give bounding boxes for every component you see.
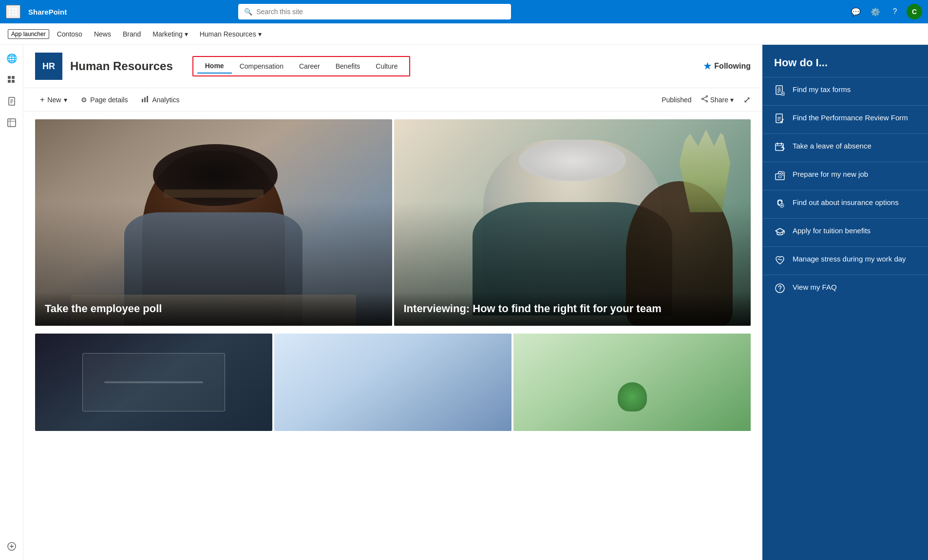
- sidebar-add-icon[interactable]: [2, 537, 21, 556]
- nav-brand[interactable]: Brand: [119, 23, 145, 44]
- hero-card-left-title: Take the employee poll: [45, 302, 382, 316]
- new-button[interactable]: + New ▾: [35, 93, 72, 107]
- tuition-text: Apply for tuition benefits: [793, 225, 871, 236]
- stress-text: Manage stress during my work day: [793, 254, 906, 264]
- faq-icon: [774, 283, 786, 296]
- hero-card-right-title: Interviewing: How to find the right fit …: [404, 302, 741, 316]
- app-launcher-button[interactable]: [6, 5, 20, 19]
- settings-icon[interactable]: ⚙️: [868, 4, 883, 19]
- svg-rect-39: [778, 176, 781, 178]
- top-nav-actions: 💬 ⚙️ ? C: [848, 4, 922, 19]
- how-do-i-leave[interactable]: Take a leave of absence: [762, 133, 928, 162]
- tax-forms-icon: [774, 85, 786, 98]
- nav-contoso[interactable]: Contoso: [53, 23, 86, 44]
- site-nav-career[interactable]: Career: [291, 59, 328, 73]
- how-do-i-insurance[interactable]: Find out about insurance options: [762, 190, 928, 218]
- toolbar-right: Published Share ▾ ⤢: [662, 93, 751, 106]
- user-avatar[interactable]: C: [907, 4, 922, 19]
- site-nav-compensation[interactable]: Compensation: [232, 59, 291, 73]
- site-nav: Home Compensation Career Benefits Cultur…: [192, 56, 411, 76]
- performance-review-icon: [774, 113, 786, 127]
- hero-section: Take the employee poll: [35, 119, 751, 326]
- following-button[interactable]: ★ Following: [703, 61, 751, 72]
- bottom-card-3[interactable]: [513, 334, 751, 431]
- svg-point-18: [701, 98, 703, 100]
- svg-rect-2: [12, 76, 15, 79]
- svg-rect-0: [8, 76, 11, 79]
- app-launcher-label[interactable]: App launcher: [8, 29, 49, 39]
- search-icon: 🔍: [244, 8, 252, 16]
- faq-text: View my FAQ: [793, 282, 837, 292]
- new-job-icon: [774, 170, 786, 183]
- new-job-text: Prepare for my new job: [793, 169, 868, 179]
- svg-rect-3: [12, 80, 15, 83]
- chevron-down-icon: ▾: [185, 30, 188, 38]
- how-do-i-tax-forms[interactable]: Find my tax forms: [762, 77, 928, 105]
- performance-review-text: Find the Performance Review Form: [793, 112, 908, 123]
- svg-rect-23: [778, 88, 780, 89]
- svg-line-21: [703, 99, 706, 101]
- svg-point-17: [706, 96, 707, 97]
- following-label: Following: [714, 62, 751, 71]
- site-nav-home[interactable]: Home: [197, 59, 232, 74]
- svg-rect-34: [776, 144, 783, 150]
- site-nav-culture[interactable]: Culture: [368, 59, 405, 73]
- how-do-i-new-job[interactable]: Prepare for my new job: [762, 162, 928, 190]
- leave-text: Take a leave of absence: [793, 141, 871, 151]
- chevron-down-icon: ▾: [64, 96, 67, 104]
- page-details-button[interactable]: ⚙ Page details: [76, 93, 133, 107]
- chevron-down-icon: ▾: [258, 30, 262, 38]
- how-do-i-faq[interactable]: View my FAQ: [762, 275, 928, 303]
- svg-rect-30: [776, 114, 782, 123]
- expand-icon[interactable]: ⤢: [743, 94, 751, 105]
- bottom-section: [35, 334, 751, 431]
- waffle-icon: [9, 8, 18, 16]
- svg-rect-16: [147, 96, 148, 102]
- chat-icon[interactable]: 💬: [848, 4, 864, 19]
- star-icon: ★: [703, 61, 711, 72]
- sidebar-list-icon[interactable]: [2, 70, 21, 90]
- brand-logo: SharePoint: [28, 8, 67, 16]
- page-title: Human Resources: [70, 59, 173, 73]
- svg-rect-14: [142, 99, 143, 102]
- nav-human-resources[interactable]: Human Resources ▾: [196, 23, 265, 44]
- search-bar: 🔍: [238, 4, 511, 19]
- toolbar: + New ▾ ⚙ Page details Analytics Publish…: [23, 88, 762, 112]
- how-do-i-stress[interactable]: Manage stress during my work day: [762, 246, 928, 275]
- search-input[interactable]: [256, 8, 505, 16]
- sidebar-globe-icon[interactable]: 🌐: [2, 49, 21, 68]
- share-chevron-icon: ▾: [730, 96, 734, 104]
- svg-rect-15: [144, 97, 146, 102]
- help-icon[interactable]: ?: [887, 4, 903, 19]
- hero-card-right-overlay: Interviewing: How to find the right fit …: [394, 292, 751, 326]
- page-header: HR Human Resources Home Compensation Car…: [23, 45, 762, 88]
- how-do-i-tuition[interactable]: Apply for tuition benefits: [762, 218, 928, 246]
- svg-point-50: [779, 290, 780, 291]
- svg-rect-8: [8, 119, 16, 127]
- sidebar-document-icon[interactable]: [2, 92, 21, 111]
- bottom-card-1[interactable]: [35, 334, 272, 431]
- gear-icon: ⚙: [81, 96, 87, 104]
- hero-card-left[interactable]: Take the employee poll: [35, 119, 392, 326]
- share-button[interactable]: Share ▾: [698, 93, 738, 106]
- chart-icon: [141, 95, 149, 104]
- nav-marketing[interactable]: Marketing ▾: [149, 23, 191, 44]
- right-panel: How do I... Find my tax forms Find the P…: [762, 45, 928, 560]
- nav-news[interactable]: News: [90, 23, 115, 44]
- site-nav-benefits[interactable]: Benefits: [328, 59, 368, 73]
- stress-icon: [774, 255, 786, 268]
- how-do-i-performance-review[interactable]: Find the Performance Review Form: [762, 105, 928, 133]
- leave-icon: [774, 142, 786, 155]
- insurance-text: Find out about insurance options: [793, 197, 899, 207]
- sidebar-table-icon[interactable]: [2, 113, 21, 132]
- bottom-card-2[interactable]: [274, 334, 511, 431]
- hr-logo: HR: [35, 53, 62, 80]
- analytics-button[interactable]: Analytics: [136, 92, 184, 107]
- svg-point-19: [706, 101, 707, 102]
- insurance-icon: [774, 198, 786, 211]
- hero-card-left-overlay: Take the employee poll: [35, 292, 392, 326]
- hero-card-right[interactable]: Interviewing: How to find the right fit …: [394, 119, 751, 326]
- svg-rect-1: [8, 80, 11, 83]
- published-status: Published: [662, 96, 692, 104]
- plus-icon: +: [40, 95, 44, 104]
